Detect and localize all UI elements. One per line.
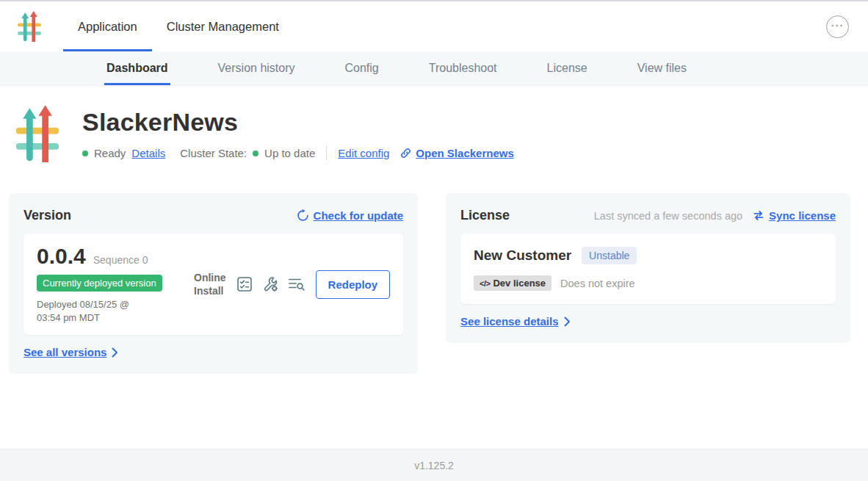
page-title: SlackerNews: [82, 108, 514, 137]
tab-dashboard-label: Dashboard: [106, 62, 168, 75]
see-license-details-link[interactable]: See license details: [460, 315, 570, 328]
see-license-details-label: See license details: [460, 315, 558, 328]
open-app-label: Open Slackernews: [416, 147, 513, 159]
edit-config-icon[interactable]: [262, 276, 278, 292]
deployed-status-badge: Currently deployed version: [37, 275, 162, 292]
app-logo-icon[interactable]: [18, 11, 41, 42]
see-all-versions-label: See all versions: [23, 346, 106, 358]
deploy-logs-icon[interactable]: [288, 277, 305, 292]
footer: v1.125.2: [0, 449, 868, 481]
tab-cluster-management[interactable]: Cluster Management: [152, 1, 294, 51]
code-icon: </>: [480, 279, 490, 288]
details-link[interactable]: Details: [131, 147, 165, 159]
deployed-timestamp: Deployed 08/15/25 @ 03:54 pm MDT: [37, 298, 156, 325]
see-all-versions-link[interactable]: See all versions: [23, 346, 118, 358]
console-version: v1.125.2: [414, 460, 454, 471]
app-status-dot: [82, 151, 88, 156]
hash-arrows-logo-large: [16, 105, 59, 162]
license-type-label: Dev license: [493, 278, 546, 289]
check-for-update-link[interactable]: Check for update: [297, 209, 404, 222]
tab-config[interactable]: Config: [345, 51, 379, 85]
more-menu-button[interactable]: ···: [826, 15, 849, 38]
license-panel: New Customer Unstable </> Dev license Do…: [460, 234, 836, 304]
tab-license-label: License: [547, 62, 587, 75]
top-navbar: Application Cluster Management ···: [0, 1, 868, 51]
cluster-state-dot: [253, 151, 258, 156]
chevron-right-icon: [564, 317, 571, 327]
chevron-right-icon: [112, 347, 118, 358]
version-card-title: Version: [23, 208, 71, 223]
sync-icon: [753, 210, 764, 221]
sequence-label: Sequence 0: [93, 254, 148, 266]
last-synced-text: Last synced a few seconds ago: [594, 210, 742, 222]
app-icon: [16, 105, 59, 165]
cluster-state-value: Up to date: [264, 147, 315, 159]
tab-view-files[interactable]: View files: [637, 51, 687, 85]
sync-license-label: Sync license: [769, 209, 836, 222]
dashboard-cards: Version Check for update 0.0.4 Sequence: [9, 193, 850, 374]
tab-dashboard[interactable]: Dashboard: [106, 51, 168, 85]
release-notes-icon[interactable]: [236, 276, 253, 292]
sync-license-link[interactable]: Sync license: [753, 209, 836, 222]
open-app-link[interactable]: Open Slackernews: [399, 147, 513, 159]
tab-config-label: Config: [345, 62, 379, 75]
app-header: SlackerNews Ready Details Cluster State:…: [9, 105, 850, 165]
main-content: SlackerNews Ready Details Cluster State:…: [0, 86, 868, 449]
hash-arrows-logo: [18, 11, 41, 42]
tab-version-history-label: Version history: [218, 62, 295, 75]
tab-view-files-label: View files: [637, 62, 687, 75]
link-icon: [399, 147, 412, 159]
tab-application-label: Application: [78, 20, 137, 34]
version-card: Version Check for update 0.0.4 Sequence: [9, 193, 418, 374]
license-expiry: Does not expire: [560, 278, 635, 289]
app-status-label: Ready: [94, 147, 126, 159]
license-card: License Last synced a few seconds ago Sy…: [446, 193, 850, 343]
license-card-title: License: [460, 208, 510, 223]
version-action-icons: [236, 276, 305, 292]
version-number: 0.0.4: [37, 244, 86, 269]
edit-config-link[interactable]: Edit config: [338, 147, 389, 159]
tab-troubleshoot-label: Troubleshoot: [429, 62, 497, 75]
tab-version-history[interactable]: Version history: [218, 51, 295, 85]
install-type-line1: Online: [194, 271, 226, 284]
tab-troubleshoot[interactable]: Troubleshoot: [429, 51, 497, 85]
refresh-icon: [297, 209, 309, 222]
redeploy-button[interactable]: Redeploy: [316, 270, 391, 299]
customer-name: New Customer: [474, 247, 571, 264]
app-subnav: Dashboard Version history Config Trouble…: [0, 51, 868, 86]
check-for-update-label: Check for update: [314, 209, 404, 222]
install-type-label: Online Install: [194, 271, 226, 297]
tab-license[interactable]: License: [547, 51, 587, 85]
tab-cluster-management-label: Cluster Management: [167, 20, 279, 34]
cluster-state-label: Cluster State:: [180, 147, 247, 159]
channel-badge: Unstable: [582, 247, 637, 264]
current-version-panel: 0.0.4 Sequence 0 Currently deployed vers…: [23, 234, 403, 335]
license-type-badge: </> Dev license: [474, 275, 551, 291]
install-type-line2: Install: [194, 284, 226, 297]
tab-application[interactable]: Application: [63, 1, 152, 51]
vertical-divider: [326, 146, 327, 160]
status-row: Ready Details Cluster State: Up to date …: [82, 146, 514, 160]
ellipsis-icon: ···: [831, 20, 845, 31]
admin-console-page: Application Cluster Management ··· Dashb…: [0, 0, 868, 481]
top-nav-tabs: Application Cluster Management: [63, 1, 294, 51]
